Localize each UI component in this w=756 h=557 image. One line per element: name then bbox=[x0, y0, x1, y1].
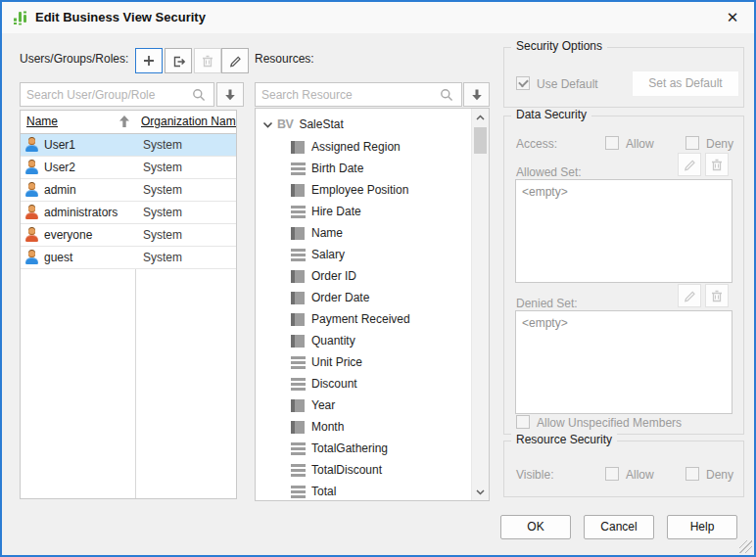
user-search-down-button[interactable] bbox=[216, 82, 244, 107]
access-deny-label: Deny bbox=[706, 137, 733, 151]
data-security-title: Data Security bbox=[511, 108, 591, 121]
denied-set-box[interactable]: <empty> bbox=[515, 310, 732, 414]
tree-item[interactable]: Total bbox=[256, 481, 472, 500]
tree-items: Assigned Region Birth Date Employee Posi… bbox=[256, 136, 472, 500]
help-button[interactable]: Help bbox=[667, 515, 737, 539]
tree-item[interactable]: Payment Received bbox=[256, 308, 472, 330]
user-icon bbox=[24, 250, 40, 265]
search-user-input[interactable] bbox=[20, 82, 214, 107]
remove-button[interactable] bbox=[165, 48, 192, 73]
tree-item[interactable]: Year bbox=[256, 395, 472, 416]
resource-security-title: Resource Security bbox=[511, 433, 617, 446]
organization-column-header[interactable]: Organization Name bbox=[135, 111, 236, 133]
tree-item[interactable]: Order Date bbox=[256, 287, 472, 308]
visible-deny-checkbox[interactable] bbox=[685, 467, 699, 481]
access-label: Access: bbox=[516, 137, 557, 151]
access-allow-label: Allow bbox=[626, 137, 654, 151]
visible-allow-checkbox[interactable] bbox=[605, 467, 619, 481]
table-row[interactable]: admin System bbox=[21, 179, 236, 202]
allowed-set-edit-button[interactable] bbox=[678, 153, 701, 176]
name-cell: User1 bbox=[21, 134, 135, 156]
scroll-up-icon[interactable] bbox=[472, 109, 489, 125]
chevron-down-icon bbox=[262, 119, 273, 130]
table-row[interactable]: User2 System bbox=[21, 157, 236, 179]
trash-icon bbox=[710, 289, 724, 302]
tree-item[interactable]: Hire Date bbox=[256, 201, 472, 222]
access-deny-checkbox[interactable] bbox=[685, 136, 699, 150]
tree-item[interactable]: Discount bbox=[256, 373, 472, 395]
tree-item-label: Employee Position bbox=[311, 183, 408, 197]
users-table-body: User1 System User2 System admin System a… bbox=[21, 134, 236, 269]
allowed-set-delete-button[interactable] bbox=[705, 153, 729, 176]
denied-set-edit-button[interactable] bbox=[678, 284, 701, 307]
tree-scrollbar[interactable] bbox=[471, 109, 489, 500]
table-row[interactable]: guest System bbox=[21, 247, 236, 269]
user-icon bbox=[24, 137, 40, 153]
resource-search-down-button[interactable] bbox=[463, 82, 490, 107]
tree-item-label: Hire Date bbox=[311, 205, 361, 218]
tree-root[interactable]: BV SaleStat bbox=[256, 113, 472, 136]
edit-business-view-security-dialog: Edit Business View Security ✕ Users/Grou… bbox=[0, 0, 756, 557]
tree-item-label: Month bbox=[311, 420, 344, 434]
scroll-down-icon[interactable] bbox=[472, 484, 489, 500]
resources-label: Resources: bbox=[255, 52, 314, 66]
field-icon bbox=[291, 227, 305, 240]
tree-item-label: Assigned Region bbox=[311, 140, 401, 154]
field-icon bbox=[291, 335, 305, 348]
tree-item[interactable]: Employee Position bbox=[256, 179, 472, 201]
field-icon bbox=[291, 270, 305, 283]
field-icon bbox=[291, 249, 306, 261]
org-cell: System bbox=[135, 157, 236, 178]
scrollbar-thumb[interactable] bbox=[474, 127, 487, 154]
access-allow-checkbox[interactable] bbox=[605, 136, 619, 150]
table-row[interactable]: User1 System bbox=[21, 134, 236, 157]
table-row[interactable]: administrators System bbox=[21, 202, 236, 224]
user-icon bbox=[24, 160, 40, 175]
search-resource-input[interactable] bbox=[255, 82, 462, 107]
tree-item[interactable]: Order ID bbox=[256, 265, 472, 287]
cancel-button[interactable]: Cancel bbox=[584, 515, 654, 539]
tree-item[interactable]: Name bbox=[256, 222, 472, 244]
allow-unspecified-members-checkbox[interactable] bbox=[516, 415, 530, 429]
user-icon bbox=[24, 182, 40, 198]
tree-item[interactable]: Quantity bbox=[256, 330, 472, 351]
tree-item-label: Unit Price bbox=[311, 355, 362, 369]
business-view-icon: BV bbox=[277, 117, 293, 131]
set-as-default-button[interactable]: Set as Default bbox=[632, 70, 739, 97]
users-table: Name Organization Name User1 System User… bbox=[20, 110, 237, 499]
edit-button[interactable] bbox=[221, 48, 249, 73]
denied-set-delete-button[interactable] bbox=[705, 284, 729, 307]
use-default-checkbox[interactable] bbox=[516, 76, 530, 90]
down-arrow-icon bbox=[223, 88, 237, 102]
add-button[interactable] bbox=[135, 48, 163, 73]
tree-item-label: TotalGathering bbox=[311, 441, 388, 455]
visible-allow-label: Allow bbox=[626, 468, 654, 482]
delete-button[interactable] bbox=[194, 48, 221, 73]
ok-button[interactable]: OK bbox=[500, 515, 571, 539]
org-cell: System bbox=[135, 224, 236, 246]
tree-item[interactable]: Unit Price bbox=[256, 351, 472, 373]
tree-item-label: TotalDiscount bbox=[311, 463, 382, 477]
tree-item-label: Order Date bbox=[311, 291, 369, 304]
user-name: User1 bbox=[44, 138, 75, 152]
field-icon bbox=[291, 421, 305, 434]
name-cell: administrators bbox=[21, 202, 135, 223]
tree-item[interactable]: TotalDiscount bbox=[256, 459, 472, 481]
field-icon bbox=[291, 442, 306, 455]
name-cell: User2 bbox=[21, 157, 135, 178]
field-icon bbox=[291, 141, 305, 154]
resources-tree: BV SaleStat Assigned Region Birth Date E… bbox=[255, 108, 490, 501]
user-icon bbox=[24, 227, 40, 243]
tree-item[interactable]: Salary bbox=[256, 244, 472, 265]
allowed-set-box[interactable]: <empty> bbox=[515, 179, 732, 283]
close-icon[interactable]: ✕ bbox=[722, 7, 743, 28]
tree-item[interactable]: Month bbox=[256, 416, 472, 438]
denied-set-value: <empty> bbox=[522, 316, 568, 330]
tree-item[interactable]: Birth Date bbox=[256, 158, 472, 179]
tree-item[interactable]: TotalGathering bbox=[256, 438, 472, 459]
table-row[interactable]: everyone System bbox=[21, 224, 236, 247]
tree-item[interactable]: Assigned Region bbox=[256, 136, 472, 158]
resize-grip[interactable] bbox=[739, 540, 752, 553]
name-column-header[interactable]: Name bbox=[21, 111, 135, 133]
tree-item-label: Name bbox=[311, 226, 343, 240]
